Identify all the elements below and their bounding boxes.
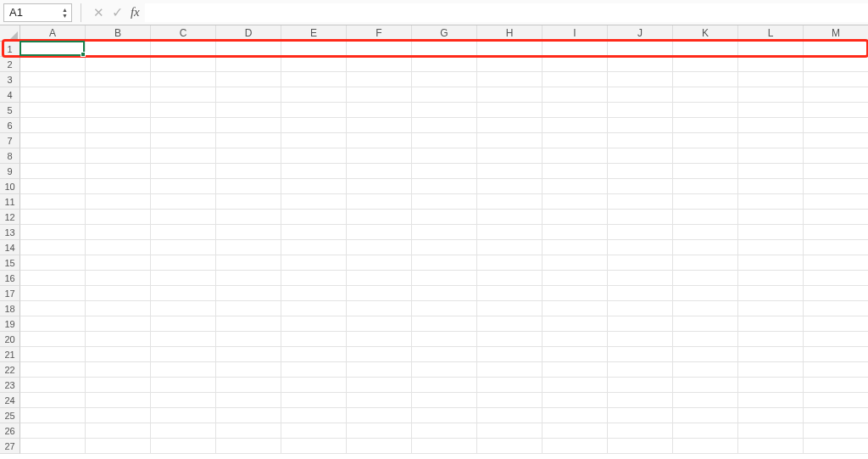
row-header[interactable]: 25 bbox=[0, 408, 20, 423]
cell[interactable] bbox=[673, 240, 738, 255]
row-header[interactable]: 15 bbox=[0, 255, 20, 271]
cell[interactable] bbox=[738, 271, 804, 286]
cell[interactable] bbox=[804, 423, 868, 439]
cell[interactable] bbox=[477, 72, 542, 87]
row-header[interactable]: 11 bbox=[0, 194, 20, 210]
cell[interactable] bbox=[608, 408, 673, 423]
cell[interactable] bbox=[542, 316, 608, 332]
cell[interactable] bbox=[216, 118, 281, 133]
cell[interactable] bbox=[477, 133, 542, 148]
cell[interactable] bbox=[738, 316, 804, 332]
cell[interactable] bbox=[216, 148, 281, 164]
cell[interactable] bbox=[281, 316, 347, 332]
cell[interactable] bbox=[477, 301, 542, 316]
formula-input[interactable] bbox=[145, 3, 868, 22]
cell[interactable] bbox=[477, 332, 542, 347]
cell[interactable] bbox=[608, 378, 673, 393]
row-header[interactable]: 20 bbox=[0, 332, 20, 347]
cell[interactable] bbox=[804, 240, 868, 255]
column-header[interactable]: J bbox=[608, 25, 673, 42]
column-header[interactable]: G bbox=[412, 25, 477, 42]
cell[interactable] bbox=[281, 240, 347, 255]
cell[interactable] bbox=[347, 72, 412, 87]
cell[interactable] bbox=[347, 57, 412, 72]
cell[interactable] bbox=[542, 393, 608, 408]
cell[interactable] bbox=[216, 439, 281, 454]
cell[interactable] bbox=[738, 210, 804, 225]
cell[interactable] bbox=[542, 347, 608, 362]
cell[interactable] bbox=[608, 164, 673, 179]
cell[interactable] bbox=[804, 72, 868, 87]
spinner-up-icon[interactable]: ▲ bbox=[60, 7, 70, 13]
cell[interactable] bbox=[738, 286, 804, 301]
column-header[interactable]: B bbox=[86, 25, 151, 42]
cell[interactable] bbox=[86, 225, 151, 240]
cell[interactable] bbox=[20, 347, 86, 362]
cell[interactable] bbox=[738, 393, 804, 408]
cell[interactable] bbox=[20, 194, 86, 210]
cell[interactable] bbox=[673, 332, 738, 347]
cell[interactable] bbox=[281, 347, 347, 362]
cell[interactable] bbox=[412, 148, 477, 164]
cell[interactable] bbox=[151, 301, 216, 316]
cell[interactable] bbox=[542, 133, 608, 148]
cell[interactable] bbox=[673, 164, 738, 179]
cell[interactable] bbox=[216, 332, 281, 347]
cell[interactable] bbox=[673, 271, 738, 286]
cell[interactable] bbox=[738, 301, 804, 316]
cell[interactable] bbox=[216, 423, 281, 439]
cell[interactable] bbox=[151, 118, 216, 133]
cell[interactable] bbox=[673, 301, 738, 316]
cell[interactable] bbox=[86, 423, 151, 439]
row-header[interactable]: 27 bbox=[0, 439, 20, 454]
cell[interactable] bbox=[281, 408, 347, 423]
cell[interactable] bbox=[477, 439, 542, 454]
cell[interactable] bbox=[477, 362, 542, 378]
cell[interactable] bbox=[281, 271, 347, 286]
cell[interactable] bbox=[281, 133, 347, 148]
cell[interactable] bbox=[673, 133, 738, 148]
cell[interactable] bbox=[542, 57, 608, 72]
cell[interactable] bbox=[412, 118, 477, 133]
cell[interactable] bbox=[804, 164, 868, 179]
cell[interactable] bbox=[412, 164, 477, 179]
cell[interactable] bbox=[804, 194, 868, 210]
cell[interactable] bbox=[347, 408, 412, 423]
cell[interactable] bbox=[151, 148, 216, 164]
column-header[interactable]: M bbox=[804, 25, 868, 42]
cell[interactable] bbox=[804, 57, 868, 72]
cell[interactable] bbox=[86, 271, 151, 286]
cell[interactable] bbox=[216, 362, 281, 378]
cell[interactable] bbox=[216, 286, 281, 301]
cell[interactable] bbox=[608, 286, 673, 301]
row-header[interactable]: 1 bbox=[0, 42, 20, 57]
cell[interactable] bbox=[412, 133, 477, 148]
cell[interactable] bbox=[804, 103, 868, 118]
cell[interactable] bbox=[412, 408, 477, 423]
cell[interactable] bbox=[673, 255, 738, 271]
cell[interactable] bbox=[673, 87, 738, 103]
cell[interactable] bbox=[542, 87, 608, 103]
cell[interactable] bbox=[804, 148, 868, 164]
cell[interactable] bbox=[477, 179, 542, 194]
cell[interactable] bbox=[151, 87, 216, 103]
cell[interactable] bbox=[86, 255, 151, 271]
cell[interactable] bbox=[477, 118, 542, 133]
cell[interactable] bbox=[20, 225, 86, 240]
cell[interactable] bbox=[281, 393, 347, 408]
cell[interactable] bbox=[347, 210, 412, 225]
cell[interactable] bbox=[477, 148, 542, 164]
cell[interactable] bbox=[477, 42, 542, 57]
cell[interactable] bbox=[542, 42, 608, 57]
cell[interactable] bbox=[86, 316, 151, 332]
cell[interactable] bbox=[86, 362, 151, 378]
cell[interactable] bbox=[281, 118, 347, 133]
cell[interactable] bbox=[216, 301, 281, 316]
cell[interactable] bbox=[738, 179, 804, 194]
cell[interactable] bbox=[216, 255, 281, 271]
cell[interactable] bbox=[608, 225, 673, 240]
row-header[interactable]: 14 bbox=[0, 240, 20, 255]
cell[interactable] bbox=[347, 362, 412, 378]
cell[interactable] bbox=[216, 316, 281, 332]
cell[interactable] bbox=[412, 423, 477, 439]
